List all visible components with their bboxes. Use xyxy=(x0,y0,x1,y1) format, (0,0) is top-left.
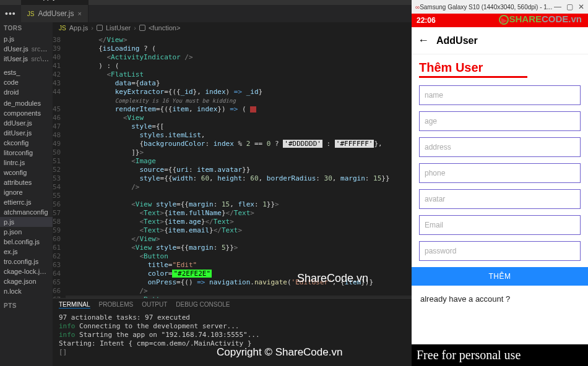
tab-label: App.js xyxy=(38,0,58,1)
input-password[interactable]: password xyxy=(419,241,581,261)
input-address[interactable]: address xyxy=(419,137,581,157)
breadcrumb-file[interactable]: App.js xyxy=(69,24,89,32)
explorer-item[interactable]: ddUser.js xyxy=(0,118,53,128)
explorer-item[interactable]: attributes xyxy=(0,177,53,187)
editor-tab[interactable]: JSApp.js xyxy=(21,0,89,5)
emulator-title: Samsung Galaxy S10 (1440x3040, 560dpi) -… xyxy=(420,4,554,11)
terminal-panel[interactable]: TERMINALPROBLEMSOUTPUTDEBUG CONSOLE 97 a… xyxy=(53,298,412,366)
input-email[interactable]: Email xyxy=(419,215,581,235)
explorer-item[interactable]: de_modules xyxy=(0,98,53,108)
explorer-item[interactable]: code xyxy=(0,77,53,87)
js-icon: JS xyxy=(59,25,66,32)
input-age[interactable]: age xyxy=(419,111,581,131)
back-arrow-icon[interactable]: ← xyxy=(418,34,429,47)
explorer-item[interactable]: wconfig xyxy=(0,168,53,177)
loop-icon: ∞ xyxy=(415,4,420,11)
status-time: 22:06 xyxy=(417,16,436,25)
breadcrumb[interactable]: JS App.js › ListUser › <function> xyxy=(53,22,412,33)
more-icon[interactable]: ••• xyxy=(0,9,21,19)
editor-tab[interactable]: JSAddUser.js× xyxy=(21,5,89,22)
input-avatar[interactable]: avatar xyxy=(419,189,581,209)
vscode-window: ••• JSApp.jsJSAddUser.js×JSEditUser.js× … xyxy=(0,0,412,366)
editor-tabs: ••• JSApp.jsJSAddUser.js×JSEditUser.js× xyxy=(0,5,412,22)
explorer-item[interactable]: p.js xyxy=(0,217,53,227)
explorer-sidebar[interactable]: TORS p.jsdUser.js src\componentsitUser.j… xyxy=(0,22,53,366)
close-icon[interactable]: ✕ xyxy=(578,2,584,11)
emulator-titlebar[interactable]: ∞ Samsung Galaxy S10 (1440x3040, 560dpi)… xyxy=(412,0,588,14)
terminal-tabs[interactable]: TERMINALPROBLEMSOUTPUTDEBUG CONSOLE xyxy=(53,299,412,311)
page-title: Thêm User xyxy=(419,61,581,75)
terminal-tab[interactable]: PROBLEMS xyxy=(99,301,134,309)
input-phone[interactable]: phone xyxy=(419,163,581,183)
explorer-item[interactable]: ckconfig xyxy=(0,138,53,148)
explorer-item[interactable]: droid xyxy=(0,87,53,97)
explorer-item[interactable]: ests_ xyxy=(0,67,53,77)
explorer-item[interactable]: n.lock xyxy=(0,286,53,296)
explorer-item[interactable]: components xyxy=(0,108,53,118)
chevron-right-icon: › xyxy=(134,24,136,32)
sidebar-header: TORS xyxy=(0,22,53,34)
explorer-item[interactable]: p.json xyxy=(0,227,53,237)
phone-status-bar: 22:06 xyxy=(412,14,588,27)
maximize-icon[interactable]: ▢ xyxy=(566,2,573,11)
open-editor-item[interactable]: p.js xyxy=(0,34,53,44)
explorer-item[interactable]: lintrc.js xyxy=(0,158,53,168)
explorer-item[interactable]: ckage.json xyxy=(0,276,53,286)
input-name[interactable]: name xyxy=(419,85,581,105)
terminal-tab[interactable]: DEBUG CONSOLE xyxy=(176,301,230,309)
explorer-item[interactable]: ckage-lock.json xyxy=(0,266,53,276)
js-icon: JS xyxy=(27,11,35,17)
tab-label: AddUser.js xyxy=(38,9,74,18)
code-editor[interactable]: 3839404142434445464748495051525354555657… xyxy=(53,33,412,298)
symbol-icon xyxy=(97,25,103,31)
terminal-tab[interactable]: OUTPUT xyxy=(142,301,167,309)
phone-bottom-text: Free for personal use xyxy=(412,344,588,366)
title-underline xyxy=(419,76,527,78)
app-bar-title: AddUser xyxy=(436,35,478,46)
breadcrumb-sym1[interactable]: ListUser xyxy=(106,24,131,32)
submit-button[interactable]: THÊM xyxy=(412,267,588,286)
terminal-tab[interactable]: TERMINAL xyxy=(59,301,90,309)
explorer-item[interactable]: bel.config.js xyxy=(0,237,53,247)
chevron-right-icon: › xyxy=(91,24,93,32)
sidebar-bottom: PTS xyxy=(0,300,53,312)
emulator-window: ∞ Samsung Galaxy S10 (1440x3040, 560dpi)… xyxy=(412,0,588,366)
symbol-icon xyxy=(139,25,145,31)
explorer-item[interactable]: ignore xyxy=(0,187,53,197)
terminal-output[interactable]: 97 actionable tasks: 97 executedinfo Con… xyxy=(53,311,412,366)
app-header: ← AddUser xyxy=(412,27,588,54)
explorer-item[interactable]: ettierrc.js xyxy=(0,197,53,207)
open-editor-item[interactable]: dUser.js src\components xyxy=(0,44,53,54)
open-editor-item[interactable]: itUser.js src\components xyxy=(0,54,53,64)
explorer-item[interactable]: ditUser.js xyxy=(0,128,53,138)
already-account-link[interactable]: already have a account ? xyxy=(419,286,581,312)
close-icon[interactable]: × xyxy=(77,10,81,17)
breadcrumb-sym2[interactable]: <function> xyxy=(149,24,180,32)
line-gutter: 3839404142434445464748495051525354555657… xyxy=(53,33,66,298)
explorer-item[interactable]: tro.config.js xyxy=(0,257,53,266)
explorer-item[interactable]: litorconfig xyxy=(0,148,53,158)
minimize-icon[interactable]: — xyxy=(554,2,561,11)
explorer-item[interactable]: atchmanconfig xyxy=(0,207,53,217)
explorer-item[interactable]: ex.js xyxy=(0,247,53,257)
